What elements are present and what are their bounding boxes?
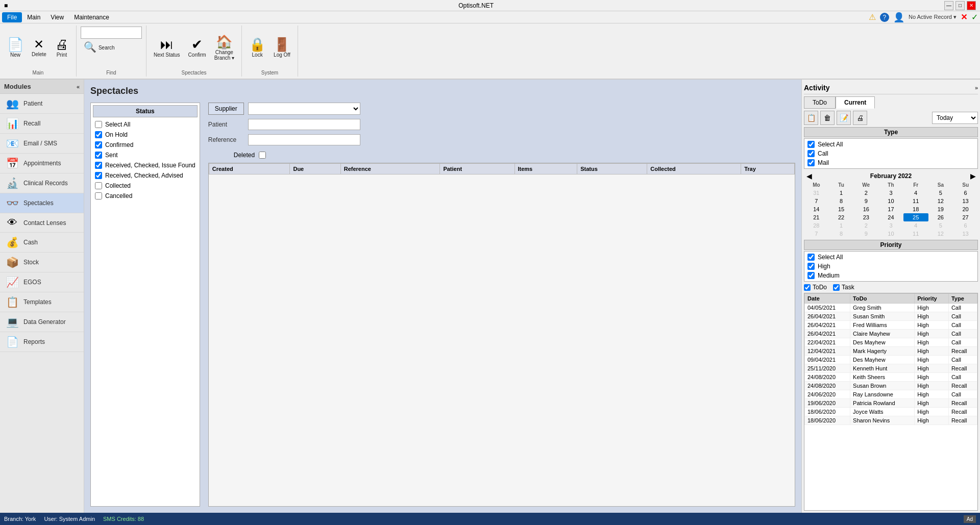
activity-table-row[interactable]: 25/11/2020Kenneth HuntHighRecall <box>805 364 977 373</box>
calendar-day[interactable]: 4 <box>903 221 928 230</box>
activity-table-row[interactable]: 18/06/2020Sharon NevinsHighRecall <box>805 416 977 425</box>
status-received-issue-checkbox[interactable] <box>95 162 102 169</box>
calendar-day[interactable]: 19 <box>928 205 953 213</box>
deleted-checkbox[interactable] <box>259 152 266 159</box>
calendar-day[interactable]: 4 <box>903 189 928 197</box>
sidebar-item-patient[interactable]: 👥 Patient <box>0 94 84 114</box>
calendar-day[interactable]: 15 <box>829 205 854 213</box>
calendar-day[interactable]: 10 <box>878 230 903 238</box>
type-select-all-checkbox[interactable] <box>807 141 815 148</box>
calendar-day[interactable]: 27 <box>953 213 978 221</box>
tab-current[interactable]: Current <box>836 96 875 109</box>
sidebar-item-data-generator[interactable]: 💻 Data Generator <box>0 312 84 332</box>
calendar-day[interactable]: 16 <box>853 205 878 213</box>
close-btn[interactable]: ✕ <box>967 1 976 10</box>
activity-table-row[interactable]: 09/04/2021Des MayhewHighCall <box>805 356 977 364</box>
col-reference[interactable]: Reference <box>340 164 440 174</box>
calendar-day[interactable]: 7 <box>804 197 829 205</box>
status-on-hold[interactable]: On Hold <box>91 130 200 140</box>
menu-item-maintenance[interactable]: Maintenance <box>69 12 114 22</box>
sidebar-item-stock[interactable]: 📦 Stock <box>0 253 84 272</box>
act-col-todo[interactable]: ToDo <box>850 294 915 304</box>
calendar-day[interactable]: 12 <box>928 197 953 205</box>
sidebar-item-spectacles[interactable]: 👓 Spectacles <box>0 193 84 213</box>
todo-checkbox[interactable] <box>804 284 811 291</box>
calendar-day[interactable]: 7 <box>804 230 829 238</box>
calendar-day[interactable]: 24 <box>878 213 903 221</box>
lock-button[interactable]: 🔒 Lock <box>246 36 268 60</box>
status-collected-checkbox[interactable] <box>95 182 102 189</box>
supplier-dropdown[interactable] <box>248 103 360 115</box>
status-select-all-checkbox[interactable] <box>95 121 102 128</box>
app-menu-btn[interactable]: ■ <box>4 2 8 9</box>
tab-todo[interactable]: ToDo <box>804 96 836 109</box>
menu-item-main[interactable]: Main <box>22 12 45 22</box>
activity-table-row[interactable]: 24/08/2020Susan BrownHighRecall <box>805 382 977 390</box>
calendar-day[interactable]: 1 <box>829 221 854 230</box>
calendar-day[interactable]: 8 <box>829 230 854 238</box>
calendar-day[interactable]: 1 <box>829 189 854 197</box>
calendar-day[interactable]: 14 <box>804 205 829 213</box>
calendar-day[interactable]: 21 <box>804 213 829 221</box>
activity-table-row[interactable]: 26/04/2021Claire MayhewHighCall <box>805 330 977 338</box>
type-call-checkbox[interactable] <box>807 150 815 157</box>
sidebar-item-appointments[interactable]: 📅 Appointments <box>0 154 84 173</box>
close-record-btn[interactable]: ✕ <box>961 12 967 22</box>
calendar-day[interactable]: 8 <box>829 197 854 205</box>
activity-table-row[interactable]: 18/06/2020Joyce WattsHighRecall <box>805 408 977 416</box>
confirm-button[interactable]: ✔ Confirm <box>185 36 209 60</box>
calendar-day[interactable]: 3 <box>878 189 903 197</box>
activity-table-row[interactable]: 26/04/2021Fred WilliamsHighCall <box>805 321 977 330</box>
status-confirmed[interactable]: Confirmed <box>91 140 200 150</box>
change-branch-button[interactable]: 🏠 ChangeBranch ▾ <box>211 33 237 63</box>
minimize-btn[interactable]: — <box>944 1 953 10</box>
activity-table-container[interactable]: Date ToDo Priority Type 04/05/2021Greg S… <box>804 293 978 511</box>
col-due[interactable]: Due <box>290 164 340 174</box>
confirm-record-btn[interactable]: ✓ <box>971 12 978 22</box>
calendar-day[interactable]: 22 <box>829 213 854 221</box>
sidebar-item-templates[interactable]: 📋 Templates <box>0 292 84 312</box>
calendar-day[interactable]: 26 <box>928 213 953 221</box>
priority-select-all[interactable]: Select All <box>804 253 977 262</box>
calendar-day[interactable]: 31 <box>804 189 829 197</box>
menu-item-view[interactable]: View <box>45 12 69 22</box>
activity-table-row[interactable]: 12/04/2021Mark HagertyHighRecall <box>805 347 977 356</box>
calendar-day[interactable]: 2 <box>853 189 878 197</box>
delete-button[interactable]: ✕ Delete <box>29 36 50 59</box>
type-call[interactable]: Call <box>804 149 977 158</box>
maximize-btn[interactable]: □ <box>955 1 965 10</box>
activity-table-row[interactable]: 24/06/2020Ray LansdowneHighCall <box>805 390 977 399</box>
calendar-day[interactable]: 6 <box>953 189 978 197</box>
status-received-issue[interactable]: Received, Checked, Issue Found <box>91 160 200 170</box>
status-sent[interactable]: Sent <box>91 150 200 160</box>
calendar-day[interactable]: 5 <box>928 221 953 230</box>
activity-table-row[interactable]: 24/08/2020Keith SheersHighCall <box>805 373 977 382</box>
activity-tool-edit[interactable]: 📝 <box>837 111 851 125</box>
col-patient[interactable]: Patient <box>440 164 514 174</box>
act-col-type[interactable]: Type <box>948 294 977 304</box>
calendar-day[interactable]: 17 <box>878 205 903 213</box>
priority-select-all-checkbox[interactable] <box>807 254 815 261</box>
activity-table-row[interactable]: 26/04/2021Susan SmithHighCall <box>805 312 977 321</box>
priority-high-checkbox[interactable] <box>807 263 815 270</box>
type-mail-checkbox[interactable] <box>807 159 815 166</box>
type-select-all[interactable]: Select All <box>804 140 977 149</box>
sidebar-item-recall[interactable]: 📊 Recall <box>0 114 84 134</box>
sidebar-item-cash[interactable]: 💰 Cash <box>0 233 84 253</box>
sidebar-item-clinical-records[interactable]: 🔬 Clinical Records <box>0 173 84 193</box>
calendar-day[interactable]: 12 <box>928 230 953 238</box>
calendar-day[interactable]: 25 <box>903 213 928 221</box>
status-select-all[interactable]: Select All <box>91 119 200 130</box>
new-button[interactable]: 📄 New <box>4 36 27 60</box>
sidebar-item-contact-lenses[interactable]: 👁 Contact Lenses <box>0 213 84 233</box>
calendar-day[interactable]: 13 <box>953 230 978 238</box>
col-created[interactable]: Created <box>209 164 290 174</box>
activity-tool-print[interactable]: 🖨 <box>853 111 867 125</box>
supplier-button[interactable]: Supplier <box>208 103 244 115</box>
search-button[interactable]: 🔍 Search <box>81 40 118 54</box>
calendar-day[interactable]: 18 <box>903 205 928 213</box>
todo-check-item[interactable]: ToDo <box>804 284 827 291</box>
calendar-day[interactable]: 2 <box>853 221 878 230</box>
col-items[interactable]: Items <box>514 164 577 174</box>
menu-item-file[interactable]: File <box>2 12 22 22</box>
